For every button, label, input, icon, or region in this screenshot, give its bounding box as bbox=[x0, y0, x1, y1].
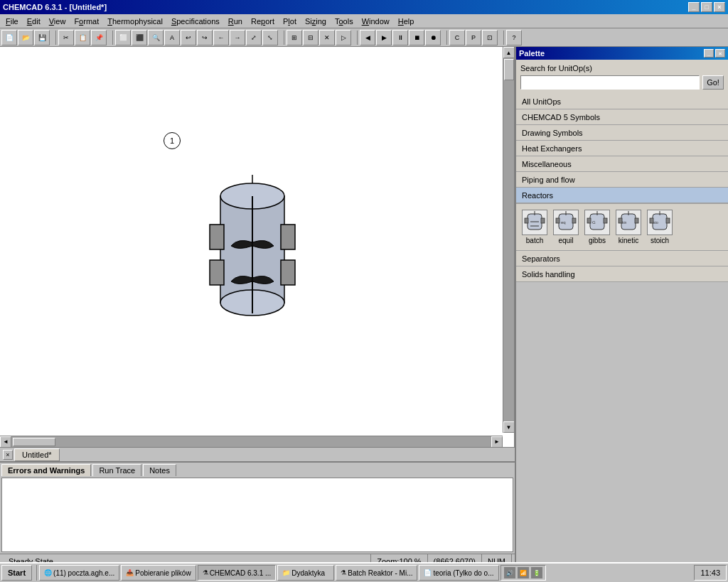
palette-panel: Palette _ × Search for UnitOp(s) Go! All… bbox=[515, 47, 728, 568]
scroll-left-btn[interactable]: ◄ bbox=[0, 436, 11, 448]
taskbar-dydaktyka[interactable]: 📁 Dydaktyka bbox=[277, 565, 334, 581]
start-button[interactable]: Start bbox=[1, 565, 32, 581]
restore-button[interactable]: □ bbox=[701, 2, 712, 12]
tb-help[interactable]: ? bbox=[506, 30, 522, 45]
tb-sep5 bbox=[443, 31, 447, 45]
category-drawing[interactable]: Drawing Symbols bbox=[516, 125, 728, 141]
unit-icon-stoich[interactable]: sto stoich bbox=[646, 208, 674, 246]
scroll-h-thumb[interactable] bbox=[13, 438, 55, 446]
minimize-button[interactable]: _ bbox=[688, 2, 700, 12]
category-reactors[interactable]: Reactors bbox=[516, 188, 728, 203]
tb-save[interactable]: 💾 bbox=[34, 30, 50, 45]
tb-btn13[interactable]: ✕ bbox=[319, 30, 335, 45]
scroll-h-track[interactable] bbox=[11, 436, 491, 447]
sheet-tab-untitled[interactable]: Untitled* bbox=[14, 448, 60, 461]
batch-svg bbox=[523, 211, 546, 234]
taskbar-poczta[interactable]: 🌐 (11) poczta.agh.e... bbox=[39, 565, 119, 581]
menu-help[interactable]: Help bbox=[394, 16, 419, 27]
tb-btn21[interactable]: P bbox=[466, 30, 481, 45]
tb-btn20[interactable]: C bbox=[449, 30, 465, 45]
palette-close-btn[interactable]: × bbox=[715, 49, 725, 58]
horizontal-scrollbar[interactable]: ◄ ► bbox=[0, 436, 503, 447]
menu-specifications[interactable]: Specifications bbox=[167, 16, 224, 27]
menu-view[interactable]: View bbox=[45, 16, 70, 27]
scroll-right-btn[interactable]: ► bbox=[491, 436, 503, 448]
sheet-close-btn[interactable]: × bbox=[3, 450, 13, 460]
taskbar-chemcad[interactable]: ⚗ CHEMCAD 6.3.1 ... bbox=[198, 565, 277, 581]
scroll-up-btn[interactable]: ▲ bbox=[503, 47, 515, 58]
tab-run-trace[interactable]: Run Trace bbox=[92, 464, 141, 476]
taskbar-sep1 bbox=[34, 565, 37, 581]
search-row: Go! bbox=[520, 75, 724, 90]
tb-new[interactable]: 📄 bbox=[1, 30, 17, 45]
unit-icon-kinetic[interactable]: kin kinetic bbox=[614, 208, 643, 246]
tb-btn5[interactable]: ↩ bbox=[181, 30, 196, 45]
tab-notes[interactable]: Notes bbox=[143, 464, 176, 476]
menu-edit[interactable]: Edit bbox=[23, 16, 45, 27]
tb-btn15[interactable]: ◀ bbox=[360, 30, 375, 45]
menu-thermophysical[interactable]: Thermophysical bbox=[103, 16, 167, 27]
palette-minimize-btn[interactable]: _ bbox=[704, 49, 714, 58]
tb-paste[interactable]: 📌 bbox=[91, 30, 107, 45]
tb-btn7[interactable]: ← bbox=[213, 30, 229, 45]
tb-btn14[interactable]: ▷ bbox=[336, 30, 351, 45]
tb-btn16[interactable]: ▶ bbox=[376, 30, 392, 45]
menu-report[interactable]: Report bbox=[247, 16, 279, 27]
search-input[interactable] bbox=[520, 75, 700, 90]
tb-btn22[interactable]: ⊡ bbox=[482, 30, 498, 45]
tb-open[interactable]: 📂 bbox=[18, 30, 33, 45]
menu-plot[interactable]: Plot bbox=[279, 16, 301, 27]
menu-run[interactable]: Run bbox=[224, 16, 247, 27]
close-button[interactable]: × bbox=[714, 2, 725, 12]
tb-btn17[interactable]: ⏸ bbox=[392, 30, 408, 45]
tb-copy[interactable]: 📋 bbox=[75, 30, 90, 45]
category-heat-exchangers[interactable]: Heat Exchangers bbox=[516, 141, 728, 156]
vertical-scrollbar[interactable]: ▲ ▼ bbox=[503, 47, 514, 433]
taskbar-pobieranie[interactable]: 📥 Pobieranie plików bbox=[121, 565, 196, 581]
menu-window[interactable]: Window bbox=[358, 16, 394, 27]
reactor-container: 1 bbox=[206, 175, 299, 338]
taskbar-teoria[interactable]: 📄 teoria (Tylko do o... bbox=[419, 565, 498, 581]
search-label: Search for UnitOp(s) bbox=[520, 64, 724, 72]
menu-file[interactable]: File bbox=[1, 16, 23, 27]
category-all-unitops[interactable]: All UnitOps bbox=[516, 94, 728, 109]
app-title: CHEMCAD 6.3.1 - [Untitled*] bbox=[3, 3, 107, 11]
tb-btn1[interactable]: ⬜ bbox=[115, 30, 131, 45]
tb-btn10[interactable]: ⤡ bbox=[262, 30, 278, 45]
tb-btn4[interactable]: A bbox=[164, 30, 180, 45]
tb-btn18[interactable]: ⏹ bbox=[409, 30, 424, 45]
canvas-area[interactable]: ▲ ▼ ◄ ► 1 bbox=[0, 47, 515, 447]
category-list: All UnitOps CHEMCAD 5 Symbols Drawing Sy… bbox=[516, 94, 728, 568]
go-button[interactable]: Go! bbox=[702, 75, 724, 90]
taskbar-batch[interactable]: ⚗ Batch Reaktor - Mi... bbox=[336, 565, 417, 581]
tb-btn6[interactable]: ↪ bbox=[197, 30, 213, 45]
tb-btn8[interactable]: → bbox=[230, 30, 245, 45]
menu-sizing[interactable]: Sizing bbox=[301, 16, 331, 27]
tb-btn2[interactable]: ⬛ bbox=[132, 30, 147, 45]
tb-btn12[interactable]: ⊟ bbox=[303, 30, 318, 45]
scroll-down-btn[interactable]: ▼ bbox=[503, 421, 515, 433]
category-miscellaneous[interactable]: Miscellaneous bbox=[516, 156, 728, 172]
menu-format[interactable]: Format bbox=[70, 16, 103, 27]
tb-sep3 bbox=[280, 31, 284, 45]
tb-btn3[interactable]: 🔍 bbox=[148, 30, 164, 45]
category-solids[interactable]: Solids handling bbox=[516, 266, 728, 282]
scroll-v-thumb[interactable] bbox=[504, 59, 514, 80]
tb-btn19[interactable]: ⏺ bbox=[425, 30, 441, 45]
tab-errors-warnings[interactable]: Errors and Warnings bbox=[1, 464, 91, 476]
unit-icon-gibbs[interactable]: G gibbs bbox=[583, 208, 611, 246]
tb-cut[interactable]: ✂ bbox=[58, 30, 74, 45]
unit-icon-equil[interactable]: eq equil bbox=[552, 208, 580, 246]
category-chemcad5[interactable]: CHEMCAD 5 Symbols bbox=[516, 109, 728, 125]
tb-btn11[interactable]: ⊞ bbox=[287, 30, 302, 45]
category-separators[interactable]: Separators bbox=[516, 251, 728, 266]
tray-icon-3: 🔋 bbox=[531, 567, 542, 578]
menu-tools[interactable]: Tools bbox=[331, 16, 358, 27]
bottom-tabs: Errors and Warnings Run Trace Notes bbox=[0, 463, 515, 476]
category-piping[interactable]: Piping and flow bbox=[516, 172, 728, 188]
equil-label: equil bbox=[558, 237, 573, 244]
tb-btn9[interactable]: ⤢ bbox=[246, 30, 262, 45]
scroll-v-track[interactable] bbox=[503, 58, 514, 421]
unit-icon-batch[interactable]: batch bbox=[520, 208, 549, 246]
reactor-svg bbox=[206, 175, 299, 338]
